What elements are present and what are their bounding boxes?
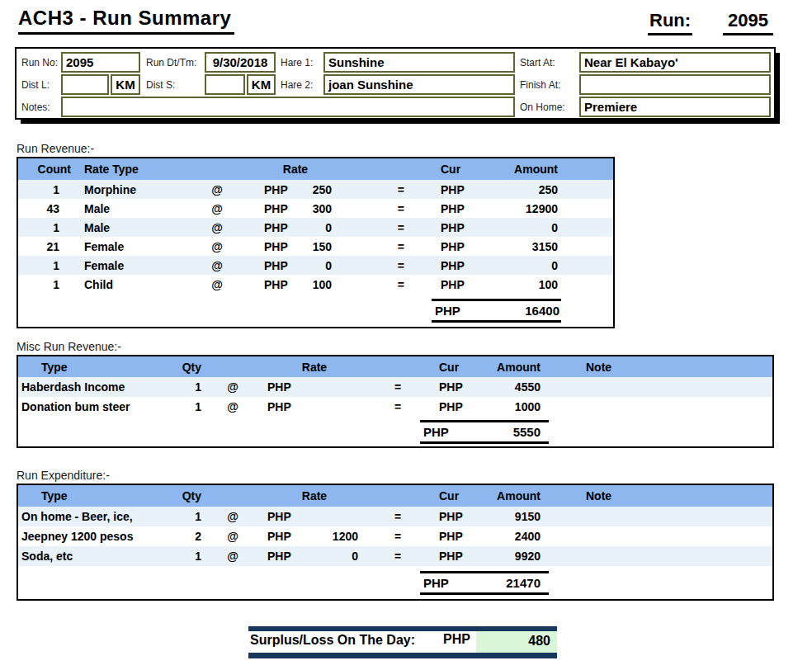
notes-label: Notes: — [21, 101, 50, 113]
revenue-section-label: Run Revenue:- — [17, 142, 94, 155]
equals-symbol: = — [350, 259, 414, 272]
hare2-field[interactable]: joan Sunshine — [323, 74, 515, 95]
summary-bottom-bar — [248, 653, 557, 658]
expenditure-row: Jeepney 1200 pesos2 @PHP 1200= PHP2400 — [18, 526, 772, 546]
revenue-row: 1Child @PHP 100= PHP100 — [18, 275, 613, 294]
misc-revenue-row: Haberdash Income1 @PHP = PHP4550 — [18, 377, 772, 397]
expenditure-row: On home - Beer, ice,1 @PHP = PHP9150 — [18, 507, 772, 526]
equals-symbol: = — [350, 278, 414, 291]
exp-header-cur: Cur — [426, 489, 482, 503]
at-symbol: @ — [215, 550, 251, 563]
at-symbol: @ — [215, 530, 251, 543]
exp-header-qty: Qty — [177, 489, 215, 503]
misc-header-cur: Cur — [426, 361, 482, 374]
on-home-field[interactable]: Premiere — [579, 97, 771, 117]
equals-symbol: = — [378, 530, 426, 543]
revenue-row: 1Male @PHP 0= PHP0 — [18, 218, 613, 237]
at-symbol: @ — [193, 183, 241, 196]
misc-revenue-section-label: Misc Run Revenue:- — [17, 340, 121, 353]
equals-symbol: = — [378, 510, 426, 523]
revenue-row: 43Male @PHP 300= PHP12900 — [18, 199, 613, 218]
equals-symbol: = — [378, 550, 426, 563]
misc-header-type: Type — [18, 361, 177, 374]
surplus-label: Surplus/Loss On The Day: — [250, 633, 415, 648]
revenue-header-amount: Amount — [474, 163, 561, 176]
run-dt-label: Run Dt/Tm: — [146, 57, 196, 68]
start-at-field[interactable]: Near El Kabayo' — [579, 52, 771, 73]
run-no-label: Run No: — [21, 57, 58, 68]
misc-header-qty: Qty — [177, 361, 215, 374]
dist-l-field[interactable] — [61, 74, 109, 95]
equals-symbol: = — [378, 400, 426, 413]
finish-at-label: Finish At: — [520, 79, 560, 91]
misc-revenue-row: Donation bum steer1 @PHP = PHP1000 — [18, 397, 772, 417]
page-title: ACH3 - Run Summary — [18, 7, 234, 35]
equals-symbol: = — [350, 202, 414, 215]
equals-symbol: = — [350, 240, 414, 253]
revenue-row: 21Female @PHP 150= PHP3150 — [18, 237, 613, 256]
exp-header-rate: Rate — [251, 489, 378, 503]
run-number-value: 2095 — [723, 10, 773, 35]
at-symbol: @ — [193, 278, 241, 291]
revenue-total: PHP 16400 — [432, 299, 561, 323]
revenue-header-cur: Cur — [414, 163, 474, 176]
misc-revenue-total: PHP 5550 — [420, 420, 549, 444]
run-no-field[interactable]: 2095 — [61, 52, 140, 73]
hare2-label: Hare 2: — [281, 79, 313, 91]
equals-symbol: = — [350, 183, 414, 196]
at-symbol: @ — [193, 240, 241, 253]
exp-header-note: Note — [556, 489, 663, 503]
expenditure-header-row: Type Qty Rate Cur Amount Note — [18, 485, 772, 507]
at-symbol: @ — [215, 510, 251, 523]
revenue-row: 1Morphine @PHP 250= PHP250 — [18, 180, 613, 199]
revenue-total-cur: PHP — [432, 304, 460, 318]
expenditure-total: PHP 21470 — [420, 571, 549, 595]
revenue-header-count: Count — [18, 163, 78, 176]
expenditure-section-label: Run Expenditure:- — [17, 469, 110, 482]
on-home-label: On Home: — [520, 101, 565, 113]
misc-revenue-header-row: Type Qty Rate Cur Amount Note — [18, 356, 772, 377]
revenue-header-rate-type: Rate Type — [78, 163, 193, 176]
dist-s-unit: KM — [247, 74, 276, 95]
revenue-row: 1Female @PHP 0= PHP0 — [18, 256, 613, 275]
revenue-table: Count Rate Type Rate Cur Amount 1Morphin… — [17, 157, 615, 328]
dist-l-label: Dist L: — [21, 79, 50, 91]
hare1-label: Hare 1: — [281, 57, 313, 68]
at-symbol: @ — [193, 202, 241, 215]
run-dt-field[interactable]: 9/30/2018 — [205, 52, 276, 73]
at-symbol: @ — [193, 259, 241, 272]
equals-symbol: = — [378, 380, 426, 394]
misc-header-note: Note — [556, 361, 663, 374]
run-number-label: Run: — [648, 10, 692, 35]
at-symbol: @ — [215, 380, 251, 394]
surplus-summary: Surplus/Loss On The Day: PHP 480 — [248, 626, 559, 659]
surplus-cur: PHP — [443, 632, 470, 647]
finish-at-field[interactable] — [579, 74, 771, 95]
exp-total-cur: PHP — [420, 576, 449, 590]
surplus-amount: 480 — [476, 631, 557, 653]
expenditure-row: Soda, etc1 @PHP 0= PHP9920 — [18, 546, 772, 566]
dist-s-field[interactable] — [205, 74, 245, 95]
misc-revenue-table: Type Qty Rate Cur Amount Note Haberdash … — [17, 355, 774, 448]
exp-header-type: Type — [18, 489, 177, 503]
equals-symbol: = — [350, 221, 414, 234]
dist-s-label: Dist S: — [146, 79, 175, 91]
revenue-header-row: Count Rate Type Rate Cur Amount — [18, 158, 613, 180]
at-symbol: @ — [193, 221, 241, 234]
dist-l-unit: KM — [111, 74, 140, 95]
start-at-label: Start At: — [520, 57, 555, 68]
hare1-field[interactable]: Sunshine — [323, 52, 515, 73]
revenue-total-amount: 16400 — [525, 304, 561, 318]
misc-total-cur: PHP — [420, 425, 449, 439]
misc-header-amount: Amount — [482, 361, 556, 374]
exp-header-amount: Amount — [482, 489, 556, 503]
revenue-header-rate: Rate — [241, 163, 350, 176]
notes-field[interactable] — [61, 97, 515, 117]
run-details-panel: Run No: 2095 Run Dt/Tm: 9/30/2018 Hare 1… — [15, 47, 776, 120]
expenditure-table: Type Qty Rate Cur Amount Note On home - … — [17, 484, 774, 601]
misc-header-rate: Rate — [251, 361, 378, 374]
misc-total-amount: 5550 — [513, 425, 549, 439]
at-symbol: @ — [215, 400, 251, 413]
exp-total-amount: 21470 — [506, 576, 549, 590]
